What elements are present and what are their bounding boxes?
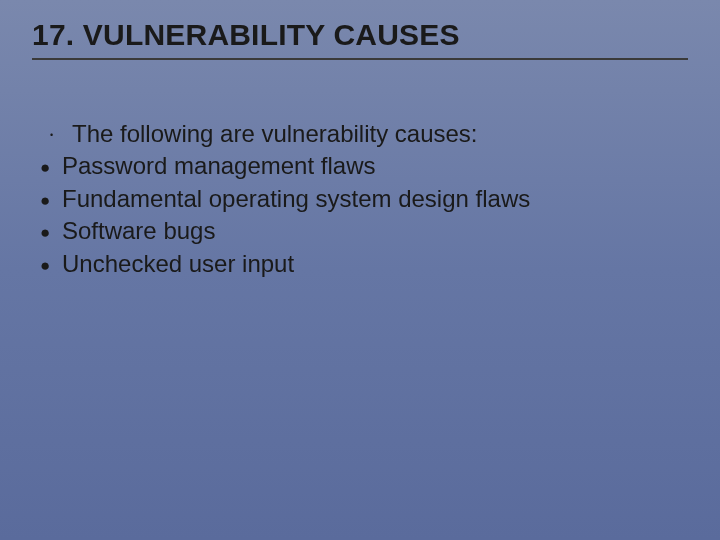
item-text: Unchecked user input — [62, 248, 294, 280]
item-text: Fundamental operating system design flaw… — [62, 183, 530, 215]
list-item: ● Unchecked user input — [40, 248, 688, 280]
intro-line: • The following are vulnerability causes… — [40, 118, 688, 150]
item-text: Password management flaws — [62, 150, 375, 182]
list-item: ● Password management flaws — [40, 150, 688, 182]
intro-text: The following are vulnerability causes: — [72, 118, 478, 150]
bullet-icon: ● — [40, 190, 62, 213]
bullet-icon: ● — [40, 255, 62, 278]
item-text: Software bugs — [62, 215, 215, 247]
list-item: ● Fundamental operating system design fl… — [40, 183, 688, 215]
slide-content: • The following are vulnerability causes… — [32, 118, 688, 280]
list-item: ● Software bugs — [40, 215, 688, 247]
slide-title: 17. VULNERABILITY CAUSES — [32, 18, 688, 60]
bullet-icon: ● — [40, 222, 62, 245]
slide: 17. VULNERABILITY CAUSES • The following… — [0, 0, 720, 540]
bullet-icon: • — [50, 118, 72, 150]
bullet-icon: ● — [40, 157, 62, 180]
